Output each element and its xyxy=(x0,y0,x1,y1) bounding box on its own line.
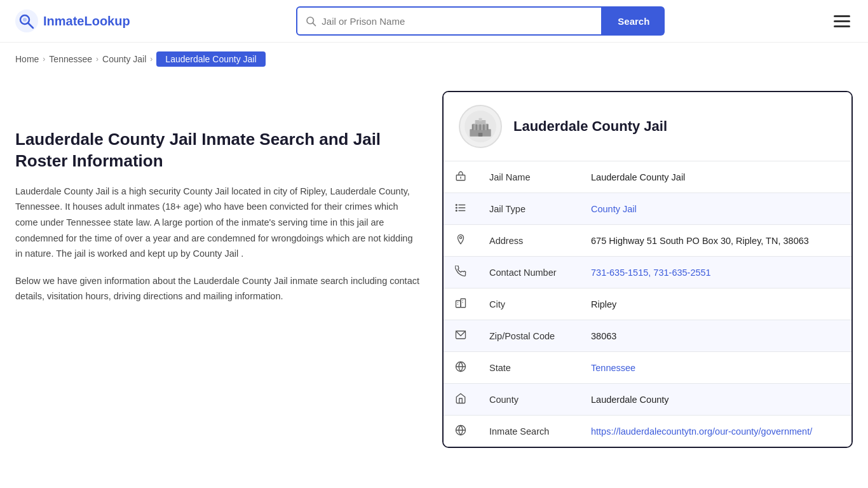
table-row: Zip/Postal Code38063 xyxy=(444,320,851,352)
table-row: Contact Number731-635-1515, 731-635-2551 xyxy=(444,257,851,288)
jail-building-icon xyxy=(465,111,496,142)
city-icon xyxy=(444,288,478,320)
search-button[interactable]: Search xyxy=(602,6,665,36)
page-title: Lauderdale County Jail Inmate Search and… xyxy=(15,129,422,172)
svg-rect-15 xyxy=(487,125,489,130)
field-value-county: Lauderdale County xyxy=(580,384,851,416)
globe-icon xyxy=(444,416,478,447)
county-icon xyxy=(444,384,478,416)
avatar xyxy=(459,105,502,148)
field-label-contact-number: Contact Number xyxy=(478,257,580,288)
field-value-jail-type[interactable]: County Jail xyxy=(580,193,851,225)
field-label-county: County xyxy=(478,384,580,416)
table-row: StateTennessee xyxy=(444,352,851,384)
field-label-inmate-search: Inmate Search xyxy=(478,416,580,447)
jail-icon xyxy=(444,161,478,193)
breadcrumb-chevron-3: › xyxy=(150,55,153,64)
right-column: Lauderdale County Jail Jail NameLauderda… xyxy=(442,91,853,448)
svg-line-5 xyxy=(313,23,316,25)
search-input[interactable] xyxy=(322,16,593,27)
svg-rect-12 xyxy=(476,125,478,130)
svg-rect-27 xyxy=(461,299,466,308)
main-content: Lauderdale County Jail Inmate Search and… xyxy=(0,76,868,473)
field-value-contact-number[interactable]: 731-635-1515, 731-635-2551 xyxy=(580,257,851,288)
logo[interactable]: InmateLookup xyxy=(15,10,130,32)
svg-rect-16 xyxy=(478,133,483,137)
table-row: Jail NameLauderdale County Jail xyxy=(444,161,851,193)
field-label-jail-type: Jail Type xyxy=(478,193,580,225)
field-label-zip/postal-code: Zip/Postal Code xyxy=(478,320,580,352)
breadcrumb-tennessee[interactable]: Tennessee xyxy=(49,54,92,64)
breadcrumb-chevron-2: › xyxy=(96,55,98,64)
jail-card: Lauderdale County Jail Jail NameLauderda… xyxy=(442,91,853,448)
breadcrumb-county-jail[interactable]: County Jail xyxy=(102,54,146,64)
table-row: CountyLauderdale County xyxy=(444,384,851,416)
pin-icon xyxy=(444,225,478,257)
page-desc-2: Below we have given information about th… xyxy=(15,273,422,304)
svg-point-25 xyxy=(459,236,461,238)
phone-icon xyxy=(444,257,478,288)
field-label-jail-name: Jail Name xyxy=(478,161,580,193)
svg-point-22 xyxy=(456,205,457,206)
breadcrumb-home[interactable]: Home xyxy=(15,54,39,64)
field-value-city: Ripley xyxy=(580,288,851,320)
breadcrumb-chevron-1: › xyxy=(43,55,45,64)
svg-rect-10 xyxy=(479,118,482,121)
logo-icon xyxy=(15,10,38,32)
breadcrumb: Home › Tennessee › County Jail › Lauderd… xyxy=(0,43,868,76)
search-input-wrapper xyxy=(296,6,602,36)
svg-point-3 xyxy=(23,18,27,22)
list-icon xyxy=(444,193,478,225)
svg-rect-11 xyxy=(472,125,474,130)
jail-card-title: Lauderdale County Jail xyxy=(513,118,667,135)
svg-point-0 xyxy=(15,10,38,32)
svg-point-23 xyxy=(456,207,457,208)
field-label-state: State xyxy=(478,352,580,384)
svg-rect-26 xyxy=(456,301,461,308)
zip-icon xyxy=(444,320,478,352)
svg-point-24 xyxy=(456,210,457,212)
hamburger-menu[interactable] xyxy=(831,13,853,30)
field-label-address: Address xyxy=(478,225,580,257)
search-icon xyxy=(305,15,316,27)
table-row: CityRipley xyxy=(444,288,851,320)
field-value-address: 675 Highway 51 South PO Box 30, Ripley, … xyxy=(580,225,851,257)
state-icon xyxy=(444,352,478,384)
field-value-state[interactable]: Tennessee xyxy=(580,352,851,384)
logo-text: InmateLookup xyxy=(43,14,130,29)
field-value-inmate-search[interactable]: https://lauderdalecountytn.org/our-count… xyxy=(580,416,851,447)
table-row: Address675 Highway 51 South PO Box 30, R… xyxy=(444,225,851,257)
field-value-zip/postal-code: 38063 xyxy=(580,320,851,352)
field-label-city: City xyxy=(478,288,580,320)
field-value-jail-name: Lauderdale County Jail xyxy=(580,161,851,193)
info-table: Jail NameLauderdale County JailJail Type… xyxy=(444,161,851,447)
search-bar: Search xyxy=(296,6,665,36)
table-row: Inmate Searchhttps://lauderdalecountytn.… xyxy=(444,416,851,447)
table-row: Jail TypeCounty Jail xyxy=(444,193,851,225)
page-desc-1: Lauderdale County Jail is a high securit… xyxy=(15,184,422,262)
jail-card-header: Lauderdale County Jail xyxy=(444,92,851,161)
svg-rect-13 xyxy=(479,125,481,130)
header: InmateLookup Search xyxy=(0,0,868,43)
left-column: Lauderdale County Jail Inmate Search and… xyxy=(15,91,422,448)
breadcrumb-current: Lauderdale County Jail xyxy=(156,51,265,67)
svg-rect-14 xyxy=(483,125,485,130)
